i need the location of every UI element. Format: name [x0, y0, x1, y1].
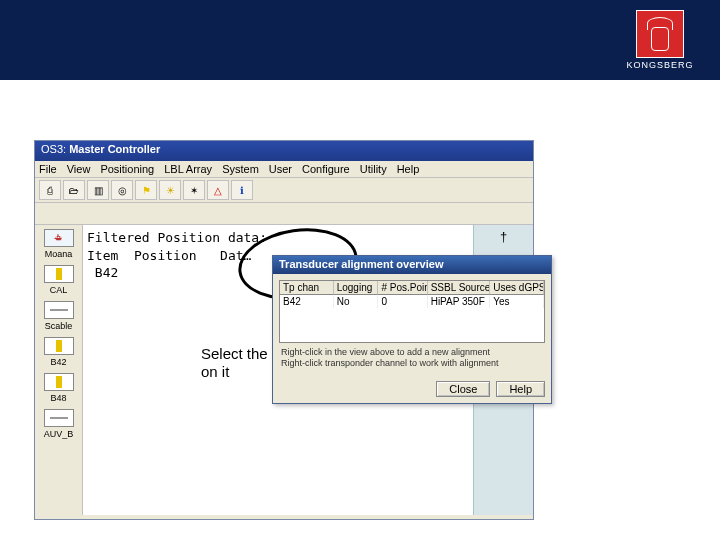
grid-empty-area[interactable] — [280, 308, 544, 342]
filtered-position-heading: Filtered Position data: — [87, 229, 529, 247]
toolbar: ⎙🗁▥◎⚑☀✶△ℹ — [35, 178, 533, 203]
secondary-toolbar — [35, 203, 533, 225]
title-prefix: OS3: — [41, 143, 66, 155]
open-icon[interactable]: 🗁 — [63, 180, 85, 200]
rail-item-label: Moana — [45, 249, 73, 259]
dialog-hints: Right-click in the view above to add a n… — [279, 343, 545, 373]
help-button[interactable]: Help — [496, 381, 545, 397]
rail-item-label: B48 — [50, 393, 66, 403]
close-button[interactable]: Close — [436, 381, 490, 397]
menu-system[interactable]: System — [222, 163, 259, 175]
brand-banner: KONGSBERG — [0, 0, 720, 80]
titlebar: OS3: Master Controller — [35, 141, 533, 161]
col-ssbl-src: SSBL Source — [428, 281, 491, 295]
menu-help[interactable]: Help — [397, 163, 420, 175]
brand-crest-icon — [636, 10, 684, 58]
dialog-button-row: Close Help — [273, 377, 551, 403]
cell-tp-chan: B42 — [280, 295, 334, 308]
grid-row-b42[interactable]: B42 No 0 HiPAP 350F Yes — [280, 295, 544, 308]
col-pos-point: # Pos.Point — [378, 281, 427, 295]
print-icon[interactable]: ⎙ — [39, 180, 61, 200]
item-rail: ⛴MoanaCALScableB42B48AUV_B — [35, 225, 83, 515]
rail-item-cal[interactable]: CAL — [37, 265, 80, 295]
rail-item-label: Scable — [45, 321, 73, 331]
col-uses-dgps: Uses dGPS — [490, 281, 544, 295]
menu-view[interactable]: View — [67, 163, 91, 175]
dialog-title: Transducer alignment overview — [273, 256, 551, 274]
hint-1: Right-click in the view above to add a n… — [281, 347, 543, 358]
dash-icon — [44, 301, 74, 319]
cell-uses-dgps: Yes — [490, 295, 544, 308]
bar-icon — [44, 265, 74, 283]
title-text: Master Controller — [69, 143, 160, 155]
alignment-overview-dialog: Transducer alignment overview Tp chan Lo… — [272, 255, 552, 404]
info-icon[interactable]: ℹ — [231, 180, 253, 200]
menu-user[interactable]: User — [269, 163, 292, 175]
gutter-marker-icon: † — [500, 229, 507, 244]
grid-header: Tp chan Logging # Pos.Point SSBL Source … — [280, 281, 544, 295]
hint-2: Right-click transponder channel to work … — [281, 358, 543, 369]
menu-lbl-array[interactable]: LBL Array — [164, 163, 212, 175]
cell-logging: No — [334, 295, 379, 308]
menubar: File View Positioning LBL Array System U… — [35, 161, 533, 178]
flag-icon[interactable]: ⚑ — [135, 180, 157, 200]
dialog-body: Tp chan Logging # Pos.Point SSBL Source … — [273, 274, 551, 377]
warning-icon[interactable]: △ — [207, 180, 229, 200]
col-tp-chan: Tp chan — [280, 281, 334, 295]
bar-icon — [44, 373, 74, 391]
menu-file[interactable]: File — [39, 163, 57, 175]
rail-item-scable[interactable]: Scable — [37, 301, 80, 331]
target-icon[interactable]: ◎ — [111, 180, 133, 200]
rail-item-b48[interactable]: B48 — [37, 373, 80, 403]
rail-item-label: AUV_B — [44, 429, 74, 439]
ship-icon: ⛴ — [44, 229, 74, 247]
cell-ssbl-src: HiPAP 350F — [428, 295, 491, 308]
brand-logo: KONGSBERG — [624, 10, 696, 70]
alignment-grid[interactable]: Tp chan Logging # Pos.Point SSBL Source … — [279, 280, 545, 343]
gear-icon[interactable]: ✶ — [183, 180, 205, 200]
rail-item-label: B42 — [50, 357, 66, 367]
menu-configure[interactable]: Configure — [302, 163, 350, 175]
bar-icon — [44, 337, 74, 355]
rail-item-auv_b[interactable]: AUV_B — [37, 409, 80, 439]
dash-icon — [44, 409, 74, 427]
cell-pos-point: 0 — [378, 295, 427, 308]
rail-item-b42[interactable]: B42 — [37, 337, 80, 367]
menu-positioning[interactable]: Positioning — [100, 163, 154, 175]
menu-utility[interactable]: Utility — [360, 163, 387, 175]
sun-icon[interactable]: ☀ — [159, 180, 181, 200]
rail-item-label: CAL — [50, 285, 68, 295]
brand-text: KONGSBERG — [624, 60, 696, 70]
col-logging: Logging — [334, 281, 379, 295]
rail-item-moana[interactable]: ⛴Moana — [37, 229, 80, 259]
cfg-icon[interactable]: ▥ — [87, 180, 109, 200]
